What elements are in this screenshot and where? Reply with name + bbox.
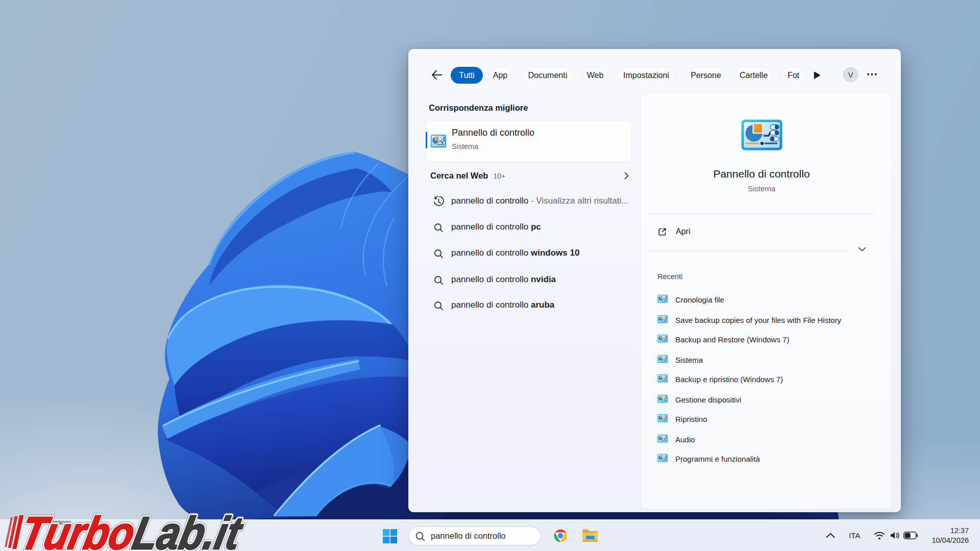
svg-text:TurboLab.it: TurboLab.it: [16, 508, 247, 551]
